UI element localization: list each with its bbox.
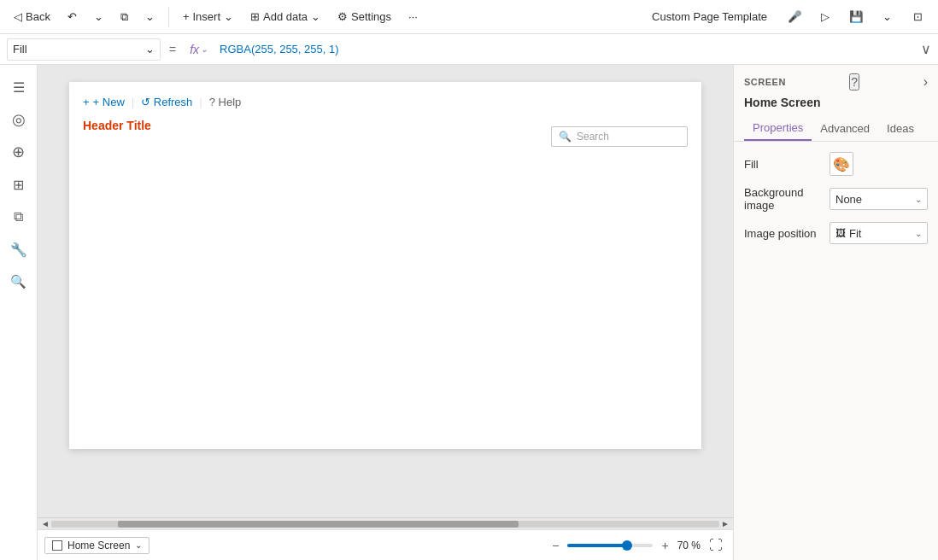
components-icon: 🔧 (10, 242, 27, 258)
canvas-new-button[interactable]: + + New (83, 96, 125, 108)
chevron-down-icon: ⌄ (201, 44, 208, 54)
save-dropdown-button[interactable]: ⌄ (873, 3, 900, 31)
sidebar-hamburger-button[interactable]: ☰ (3, 72, 34, 102)
panel-section-label: SCREEN (744, 77, 786, 87)
sidebar-data-button[interactable]: ⊞ (3, 169, 34, 200)
panel-close-button[interactable]: › (923, 74, 928, 90)
fill-control: 🎨 (830, 152, 928, 176)
panel-help-button[interactable]: ? (849, 73, 859, 90)
search-icon: 🔍 (559, 131, 572, 143)
plus-icon: + (661, 539, 668, 552)
fx-button[interactable]: fx ⌄ (185, 41, 213, 58)
zoom-slider[interactable] (567, 544, 653, 547)
canvas-area: + + New | ↺ Refresh | ? Help Header Titl… (38, 65, 733, 560)
panel-content: Fill 🎨 Background image None ⌄ (734, 142, 938, 560)
add-data-icon: ⊞ (250, 10, 260, 23)
chevron-down-icon: ⌄ (915, 229, 922, 238)
expand-icon: ⛶ (709, 538, 723, 552)
zoom-in-button[interactable]: + (658, 537, 671, 554)
screen-tab[interactable]: Home Screen ⌄ (44, 537, 149, 554)
play-button[interactable]: ▷ (812, 3, 839, 31)
color-picker-icon: 🎨 (833, 156, 850, 172)
sidebar-search-button[interactable]: 🔍 (3, 266, 34, 297)
copy-button[interactable]: ⧉ (114, 7, 135, 27)
layers-icon: ◎ (12, 110, 26, 129)
chevron-down-icon: ⌄ (915, 195, 922, 204)
zoom-slider-thumb[interactable] (622, 540, 632, 551)
copy-dropdown-button[interactable]: ⌄ (138, 7, 161, 26)
undo-dropdown-button[interactable]: ⌄ (87, 7, 110, 26)
zoom-out-button[interactable]: − (548, 537, 562, 554)
background-image-value: None (835, 193, 862, 206)
help-label: ? Help (209, 96, 242, 108)
back-label: Back (26, 10, 50, 23)
canvas-refresh-button[interactable]: ↺ Refresh (141, 96, 192, 108)
chevron-down-icon: ⌄ (145, 10, 155, 23)
plus-icon: + (183, 10, 190, 23)
background-image-dropdown[interactable]: None ⌄ (830, 188, 928, 210)
image-position-label: Image position (744, 227, 830, 240)
canvas-help-button[interactable]: ? Help (209, 96, 242, 108)
publish-button[interactable]: ⊡ (904, 3, 931, 31)
more-button[interactable]: ··· (402, 7, 425, 26)
scroll-right-button[interactable]: ► (719, 519, 731, 528)
undo-button[interactable]: ↶ (61, 7, 84, 26)
tab-ideas[interactable]: Ideas (878, 116, 923, 141)
image-position-dropdown[interactable]: 🖼 Fit ⌄ (830, 222, 928, 244)
insert-label: Insert (193, 10, 221, 23)
image-position-row: Image position 🖼 Fit ⌄ (744, 222, 928, 244)
refresh-label: ↺ Refresh (141, 96, 192, 108)
back-arrow-icon: ◁ (14, 10, 22, 23)
screen-checkbox[interactable] (52, 540, 62, 551)
fx-icon: fx (190, 43, 199, 56)
tab-properties[interactable]: Properties (744, 116, 812, 141)
publish-icon: ⊡ (913, 10, 923, 23)
bottom-bar: Home Screen ⌄ − + 70 % ⛶ (38, 529, 733, 560)
sidebar-layers-button[interactable]: ◎ (3, 104, 34, 135)
left-sidebar: ☰ ◎ ⊕ ⊞ ⧉ 🔧 🔍 (0, 65, 38, 560)
formula-input[interactable] (216, 43, 917, 55)
property-dropdown[interactable]: Fill ⌄ (7, 38, 161, 61)
plus-icon: + (83, 96, 90, 108)
mic-button[interactable]: 🎤 (781, 3, 808, 31)
canvas-search-box[interactable]: 🔍 Search (551, 126, 688, 147)
equals-sign: = (164, 43, 181, 56)
fill-label: Fill (744, 158, 830, 171)
image-position-value: Fit (849, 227, 861, 240)
settings-label: Settings (351, 10, 391, 23)
sidebar-media-button[interactable]: ⧉ (3, 201, 34, 232)
scroll-left-button[interactable]: ◄ (39, 519, 51, 528)
fill-swatch[interactable]: 🎨 (830, 152, 853, 176)
sidebar-components-button[interactable]: 🔧 (3, 234, 34, 265)
chevron-down-icon: ⌄ (145, 43, 155, 55)
screen-tab-label: Home Screen (67, 540, 130, 551)
horizontal-scrollbar[interactable]: ◄ ► (38, 517, 733, 529)
fullscreen-button[interactable]: ⛶ (706, 536, 726, 555)
tab-ideas-label: Ideas (887, 122, 914, 135)
formula-expand-button[interactable]: ∨ (921, 41, 931, 57)
chevron-down-icon: ⌄ (224, 10, 233, 23)
mic-icon: 🎤 (788, 10, 802, 23)
formula-bar: Fill ⌄ = fx ⌄ ∨ (0, 34, 938, 65)
save-icon: 💾 (849, 10, 864, 23)
chevron-down-icon: ⌄ (882, 10, 892, 23)
sidebar-insert-button[interactable]: ⊕ (3, 137, 34, 167)
play-icon: ▷ (821, 10, 830, 23)
tab-advanced[interactable]: Advanced (812, 116, 878, 141)
toolbar-right: 🎤 ▷ 💾 ⌄ ⊡ (781, 3, 931, 31)
hamburger-icon: ☰ (13, 79, 25, 96)
main-layout: ☰ ◎ ⊕ ⊞ ⧉ 🔧 🔍 + + New (0, 65, 938, 560)
scroll-track[interactable] (51, 521, 719, 528)
add-data-button[interactable]: ⊞ Add data ⌄ (243, 7, 327, 26)
settings-button[interactable]: ⚙ Settings (331, 7, 398, 26)
back-button[interactable]: ◁ Back (7, 7, 57, 26)
app-canvas: + + New | ↺ Refresh | ? Help Header Titl… (69, 82, 701, 449)
zoom-slider-fill (567, 544, 627, 547)
minus-icon: − (552, 539, 559, 552)
save-button[interactable]: 💾 (842, 3, 870, 31)
chevron-down-icon: ⌄ (135, 540, 142, 550)
zoom-value: 70 % (677, 540, 701, 551)
background-image-control: None ⌄ (830, 188, 928, 210)
insert-button[interactable]: + Insert ⌄ (176, 7, 240, 26)
background-image-row: Background image None ⌄ (744, 186, 928, 212)
